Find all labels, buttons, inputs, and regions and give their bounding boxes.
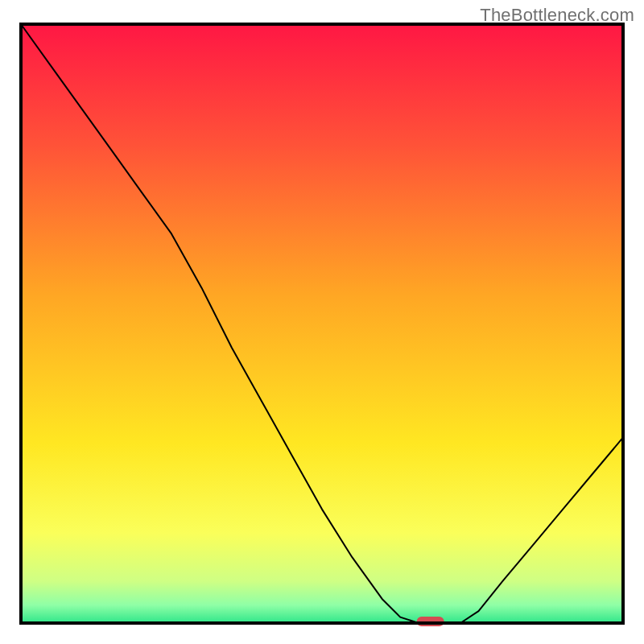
watermark-text: TheBottleneck.com: [480, 5, 634, 26]
plot-background: [21, 24, 623, 623]
chart-svg: [0, 0, 644, 644]
plot-area: [21, 24, 623, 626]
bottleneck-chart: TheBottleneck.com: [0, 0, 644, 644]
